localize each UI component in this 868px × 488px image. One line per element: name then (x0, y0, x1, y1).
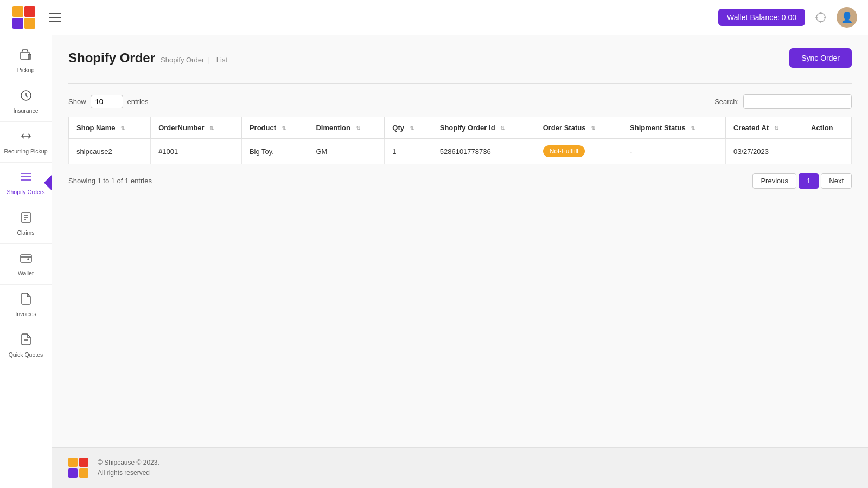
order-status-badge: Not-Fullfill (543, 145, 585, 157)
orders-table: Shop Name ⇅ OrderNumber ⇅ Product ⇅ Di (68, 117, 852, 164)
sidebar-item-wallet[interactable]: Wallet (0, 244, 52, 285)
pagination-area: Showing 1 to 1 of 1 entries Previous 1 N… (68, 173, 852, 189)
col-shopify-order-id: Shopify Order Id ⇅ (432, 117, 535, 139)
col-shop-name: Shop Name ⇅ (69, 117, 151, 139)
sort-icon-order-number[interactable]: ⇅ (209, 125, 214, 131)
entries-label: entries (127, 98, 149, 106)
pickup-icon (20, 48, 33, 63)
table-row: shipcause2 #1001 Big Toy. GM 1 528610177… (69, 139, 852, 164)
col-qty: Qty ⇅ (385, 117, 432, 139)
sidebar-item-insurance[interactable]: Insurance (0, 81, 52, 122)
table-controls: Show entries Search: (68, 94, 852, 109)
col-order-number: OrderNumber ⇅ (151, 117, 242, 139)
svg-point-4 (816, 13, 825, 22)
col-order-status: Order Status ⇅ (535, 117, 622, 139)
sidebar-item-quick-quotes[interactable]: Quick Quotes (0, 325, 52, 365)
cell-created-at: 03/27/2023 (725, 139, 803, 164)
footer: © Shipcause © 2023. All rights reserved (52, 447, 868, 488)
claims-label: Claims (17, 229, 34, 236)
sort-icon-qty[interactable]: ⇅ (410, 125, 414, 131)
footer-copyright: © Shipcause © 2023. (98, 458, 159, 468)
col-created-at: Created At ⇅ (725, 117, 803, 139)
cell-shipment-status: - (622, 139, 726, 164)
sidebar-item-shopify-orders[interactable]: Shopify Orders (0, 163, 52, 203)
footer-rights: All rights reserved (98, 468, 159, 478)
svg-rect-2 (12, 18, 23, 29)
show-label: Show (68, 98, 86, 106)
svg-rect-1 (24, 6, 35, 17)
sort-icon-order-status[interactable]: ⇅ (591, 125, 595, 131)
svg-rect-22 (68, 468, 78, 478)
svg-rect-3 (24, 18, 35, 29)
pagination-info: Showing 1 to 1 of 1 entries (68, 177, 152, 185)
page-title: Shopify Order (68, 50, 155, 66)
col-dimention: Dimention ⇅ (308, 117, 385, 139)
col-shipment-status: Shipment Status ⇅ (622, 117, 726, 139)
recurring-pickup-icon (20, 130, 33, 145)
quick-quotes-label: Quick Quotes (9, 351, 43, 358)
claims-icon (20, 211, 33, 226)
shopify-orders-icon (20, 170, 33, 185)
wallet-balance-button[interactable]: Wallet Balance: 0.00 (718, 9, 805, 26)
next-button[interactable]: Next (821, 173, 852, 189)
col-product: Product ⇅ (241, 117, 308, 139)
layout: Pickup Insurance Recurring Pickup (0, 35, 868, 488)
sidebar-item-invoices[interactable]: Invoices (0, 285, 52, 325)
table-body: shipcause2 #1001 Big Toy. GM 1 528610177… (69, 139, 852, 164)
invoices-icon (20, 292, 33, 307)
page-title-area: Shopify Order Shopify Order | List (68, 50, 229, 66)
cell-dimention: GM (308, 139, 385, 164)
table-header-row: Shop Name ⇅ OrderNumber ⇅ Product ⇅ Di (69, 117, 852, 139)
sort-icon-shipment-status[interactable]: ⇅ (691, 125, 695, 131)
pickup-label: Pickup (17, 67, 35, 73)
breadcrumb-link[interactable]: Shopify Order (161, 56, 204, 64)
cell-shop-name: shipcause2 (69, 139, 151, 164)
cell-order-number: #1001 (151, 139, 242, 164)
cell-shopify-order-id: 5286101778736 (432, 139, 535, 164)
wallet-label: Wallet (18, 270, 34, 277)
navbar-left (11, 4, 63, 30)
show-entries-area: Show entries (68, 95, 149, 108)
insurance-label: Insurance (13, 107, 38, 114)
main-content: Shopify Order Shopify Order | List Sync … (52, 35, 868, 488)
quick-quotes-icon (20, 333, 33, 348)
sort-icon-shopify-order-id[interactable]: ⇅ (500, 125, 505, 131)
navbar-right: Wallet Balance: 0.00 👤 (718, 7, 857, 28)
footer-text: © Shipcause © 2023. All rights reserved (98, 458, 159, 478)
insurance-icon (20, 89, 33, 104)
sync-order-button[interactable]: Sync Order (789, 48, 852, 68)
footer-logo (68, 458, 89, 478)
sort-icon-shop-name[interactable]: ⇅ (120, 125, 125, 131)
breadcrumb-separator: | (208, 56, 212, 64)
svg-rect-18 (21, 255, 31, 262)
sidebar-item-pickup[interactable]: Pickup (0, 41, 52, 81)
shopify-orders-label: Shopify Orders (7, 189, 44, 195)
cell-product: Big Toy. (241, 139, 308, 164)
sort-icon-dimention[interactable]: ⇅ (356, 125, 360, 131)
cell-order-status: Not-Fullfill (535, 139, 622, 164)
invoices-label: Invoices (15, 311, 36, 317)
user-avatar[interactable]: 👤 (837, 7, 857, 28)
svg-rect-21 (79, 458, 88, 467)
svg-rect-23 (79, 468, 88, 478)
entries-input[interactable] (91, 95, 123, 108)
cell-action (803, 139, 852, 164)
previous-button[interactable]: Previous (752, 173, 796, 189)
sidebar-item-claims[interactable]: Claims (0, 203, 52, 244)
navbar: Wallet Balance: 0.00 👤 (0, 0, 868, 35)
sort-icon-created-at[interactable]: ⇅ (774, 125, 778, 131)
col-action: Action (803, 117, 852, 139)
sidebar-item-recurring-pickup[interactable]: Recurring Pickup (0, 122, 52, 163)
search-label: Search: (714, 98, 739, 106)
sidebar: Pickup Insurance Recurring Pickup (0, 35, 52, 488)
table-header: Shop Name ⇅ OrderNumber ⇅ Product ⇅ Di (69, 117, 852, 139)
sort-icon-product[interactable]: ⇅ (282, 125, 286, 131)
svg-rect-20 (68, 458, 78, 467)
crosshair-icon[interactable] (813, 9, 829, 25)
page-divider (68, 83, 852, 84)
breadcrumb-current: List (216, 56, 227, 64)
page-content: Shopify Order Shopify Order | List Sync … (52, 35, 868, 447)
search-input[interactable] (743, 94, 852, 109)
page-1-button[interactable]: 1 (799, 173, 819, 189)
hamburger-button[interactable] (47, 11, 63, 24)
